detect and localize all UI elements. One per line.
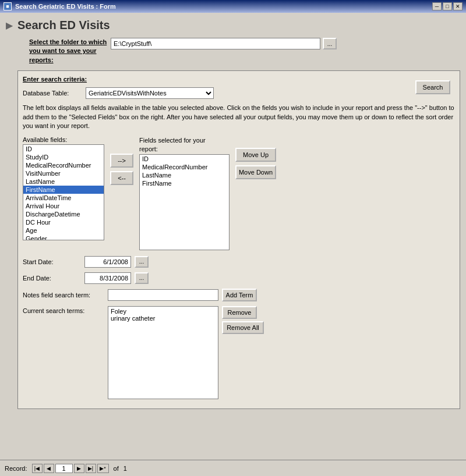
- available-fields-section: Available fields: ID StudyID MedicalReco…: [23, 136, 104, 240]
- app-icon: ■: [3, 2, 12, 10]
- title-bar-text: Search Geriatric ED Visits : Form: [15, 3, 116, 10]
- window-body: ▶ Search ED Visits Select the folder to …: [0, 13, 466, 460]
- database-table-label: Database Table:: [23, 90, 81, 97]
- list-item[interactable]: LastName: [23, 177, 104, 186]
- selected-fields-section: Fields selected for your report: ID Medi…: [139, 136, 230, 250]
- record-navigation: |◀ ◀ ▶ ▶| ▶*: [32, 464, 109, 473]
- add-term-button[interactable]: Add Term: [222, 289, 257, 301]
- page-title: Search ED Visits: [17, 19, 110, 32]
- list-item[interactable]: ID: [140, 155, 229, 163]
- current-search-terms-row: Current search terms: Foley urinary cath…: [23, 306, 455, 399]
- start-date-row: Start Date: ...: [23, 256, 455, 268]
- search-term-foley[interactable]: Foley: [111, 308, 216, 315]
- status-bar: Record: |◀ ◀ ▶ ▶| ▶* of 1: [0, 460, 466, 476]
- end-date-browse-button[interactable]: ...: [135, 272, 149, 284]
- of-label: of: [114, 465, 119, 472]
- database-table-row: Database Table: GeriatricEDVisitsWithNot…: [23, 87, 455, 99]
- list-item[interactable]: VisitNumber: [23, 169, 104, 177]
- list-item[interactable]: MedicalRecordNumber: [23, 161, 104, 169]
- remove-field-button[interactable]: <--: [110, 171, 133, 185]
- list-item[interactable]: StudyID: [23, 153, 104, 161]
- move-buttons: Move Up Move Down: [235, 136, 276, 179]
- list-item[interactable]: FirstName: [23, 186, 104, 194]
- list-item[interactable]: ArrivalDateTime: [23, 194, 104, 202]
- list-item[interactable]: DischargeDatetime: [23, 210, 104, 218]
- terms-action-buttons: Remove Remove All: [222, 306, 264, 334]
- last-record-button[interactable]: ▶|: [86, 464, 96, 473]
- move-down-button[interactable]: Move Down: [235, 165, 276, 179]
- available-fields-listbox[interactable]: ID StudyID MedicalRecordNumber VisitNumb…: [23, 144, 104, 240]
- list-item[interactable]: Arrival Hour: [23, 202, 104, 210]
- folder-path-input[interactable]: [111, 38, 320, 49]
- total-records: 1: [123, 465, 127, 472]
- search-button[interactable]: Search: [415, 80, 450, 94]
- database-table-select[interactable]: GeriatricEDVisitsWithNotes: [86, 87, 214, 99]
- search-term-urinary[interactable]: urinary catheter: [111, 315, 216, 322]
- selected-fields-label: Fields selected for your report:: [139, 136, 209, 153]
- selected-fields-listbox[interactable]: ID MedicalRecordNumber LastName FirstNam…: [139, 154, 230, 250]
- folder-section: Select the folder to which you want to s…: [29, 38, 460, 65]
- list-item[interactable]: MedicalRecordNumber: [140, 163, 229, 171]
- prev-record-button[interactable]: ◀: [44, 464, 54, 473]
- list-item[interactable]: Gender: [23, 235, 104, 240]
- criteria-title: Enter search criteria:: [23, 76, 455, 83]
- notes-search-input[interactable]: [108, 289, 218, 301]
- start-date-label: Start Date:: [23, 258, 81, 265]
- minimize-button[interactable]: ─: [432, 2, 442, 10]
- add-field-button[interactable]: -->: [110, 154, 133, 168]
- notes-search-label: Notes field search term:: [23, 292, 104, 299]
- start-date-browse-button[interactable]: ...: [135, 256, 149, 268]
- list-item[interactable]: Age: [23, 226, 104, 235]
- current-terms-listbox[interactable]: Foley urinary catheter: [108, 306, 218, 399]
- folder-browse-button[interactable]: ...: [323, 38, 337, 49]
- arrow-buttons: --> <--: [110, 136, 133, 185]
- end-date-row: End Date: ...: [23, 272, 455, 284]
- folder-label: Select the folder to which you want to s…: [29, 38, 111, 65]
- next-record-button[interactable]: ▶: [74, 464, 84, 473]
- criteria-box: Enter search criteria: Search Database T…: [17, 70, 460, 409]
- fields-area: Available fields: ID StudyID MedicalReco…: [23, 136, 455, 250]
- record-label: Record:: [5, 465, 27, 472]
- current-terms-label: Current search terms:: [23, 306, 104, 314]
- list-item[interactable]: ID: [23, 145, 104, 153]
- record-number-input[interactable]: [55, 464, 73, 473]
- first-record-button[interactable]: |◀: [32, 464, 43, 473]
- list-item[interactable]: DC Hour: [23, 218, 104, 226]
- available-fields-label: Available fields:: [23, 136, 104, 143]
- list-item[interactable]: FirstName: [140, 179, 229, 187]
- help-text: The left box displays all fields availab…: [23, 104, 455, 130]
- start-date-input[interactable]: [84, 256, 131, 268]
- title-bar: ■ Search Geriatric ED Visits : Form ─ □ …: [0, 0, 466, 13]
- remove-all-terms-button[interactable]: Remove All: [222, 321, 264, 334]
- notes-search-row: Notes field search term: Add Term: [23, 289, 455, 301]
- remove-term-button[interactable]: Remove: [222, 306, 257, 319]
- end-date-input[interactable]: [84, 272, 131, 284]
- move-up-button[interactable]: Move Up: [235, 148, 276, 162]
- new-record-button[interactable]: ▶*: [97, 464, 109, 473]
- maximize-button[interactable]: □: [443, 2, 452, 10]
- list-item[interactable]: LastName: [140, 171, 229, 179]
- end-date-label: End Date:: [23, 275, 81, 282]
- close-button[interactable]: ✕: [453, 2, 463, 10]
